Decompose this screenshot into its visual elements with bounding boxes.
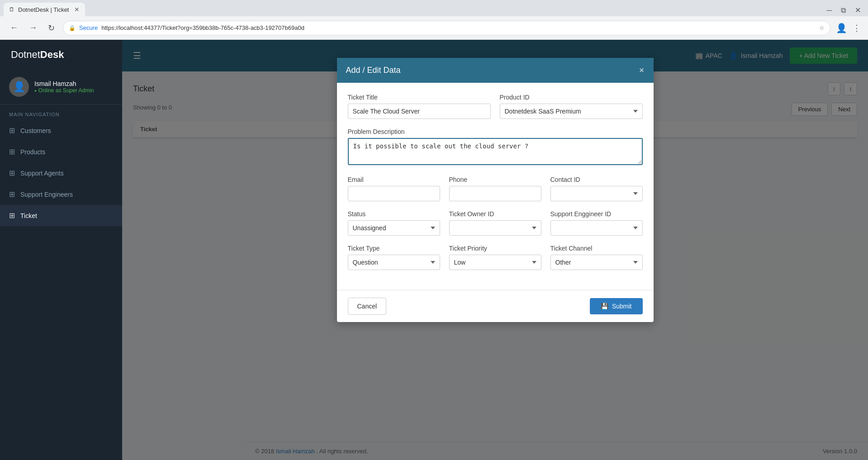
cancel-button[interactable]: Cancel — [348, 298, 387, 315]
form-row-4: Status Unassigned Open Closed Pending Ti… — [348, 210, 643, 236]
email-label: Email — [348, 176, 440, 183]
browser-tabs: 🗒 DotnetDesk | Ticket ✕ ─ ⧉ ✕ — [0, 0, 868, 16]
problem-desc-label: Problem Description — [348, 128, 643, 135]
sidebar-item-label-support-engineers: Support Engineers — [20, 191, 73, 198]
sidebar-item-support-engineers[interactable]: ⊞ Support Engineers — [0, 184, 122, 205]
ticket-icon: ⊞ — [9, 211, 15, 220]
ticket-channel-label: Ticket Channel — [550, 245, 643, 252]
contact-id-label: Contact ID — [550, 176, 643, 183]
add-edit-modal: Add / Edit Data × Ticket Title Product I… — [337, 58, 654, 322]
product-id-group: Product ID Dotnetdesk SaaS Premium Other — [500, 94, 643, 119]
email-input[interactable] — [348, 186, 440, 201]
tab-favicon: 🗒 — [9, 6, 14, 13]
logo-part1: Dotnet — [11, 49, 40, 60]
submit-icon: 💾 — [601, 303, 608, 310]
logo-part2: Desk — [40, 49, 64, 60]
problem-desc-group: Problem Description Is it possible to sc… — [348, 128, 643, 167]
ticket-title-label: Ticket Title — [348, 94, 491, 101]
modal-close-btn[interactable]: × — [639, 65, 645, 76]
form-row-1: Ticket Title Product ID Dotnetdesk SaaS … — [348, 94, 643, 119]
customers-icon: ⊞ — [9, 126, 15, 135]
ticket-type-label: Ticket Type — [348, 245, 440, 252]
app: DotnetDesk 👤 Ismail Hamzah Online as Sup… — [0, 40, 868, 460]
problem-desc-textarea[interactable]: Is it possible to scale out the cloud se… — [348, 138, 643, 165]
ticket-title-group: Ticket Title — [348, 94, 491, 119]
profile-icon[interactable]: 👤 — [836, 23, 847, 33]
modal-title: Add / Edit Data — [346, 66, 401, 75]
reload-btn[interactable]: ↻ — [45, 21, 57, 35]
product-id-select[interactable]: Dotnetdesk SaaS Premium Other — [500, 104, 643, 119]
ticket-channel-group: Ticket Channel Other Email Phone Chat — [550, 245, 643, 270]
phone-label: Phone — [449, 176, 541, 183]
sidebar-logo: DotnetDesk — [0, 40, 122, 70]
address-bar[interactable]: 🔒 Secure https://localhost:44377/Ticket?… — [63, 21, 830, 35]
phone-group: Phone — [449, 176, 541, 201]
status-select[interactable]: Unassigned Open Closed Pending — [348, 220, 440, 236]
product-id-label: Product ID — [500, 94, 643, 101]
sidebar-item-label-ticket: Ticket — [20, 212, 37, 219]
modal-overlay: Add / Edit Data × Ticket Title Product I… — [122, 40, 868, 460]
user-info: Ismail Hamzah Online as Super Admin — [34, 80, 94, 94]
modal-body: Ticket Title Product ID Dotnetdesk SaaS … — [337, 83, 654, 290]
window-controls: ─ ⧉ ✕ — [823, 4, 864, 16]
minimize-btn[interactable]: ─ — [823, 4, 835, 16]
ticket-type-select[interactable]: Question Bug Feature Request — [348, 255, 440, 270]
submit-label: Submit — [612, 303, 632, 310]
secure-icon: 🔒 — [69, 25, 76, 31]
support-agents-icon: ⊞ — [9, 169, 15, 177]
ticket-title-input[interactable] — [348, 104, 491, 119]
modal-header: Add / Edit Data × — [337, 58, 654, 83]
restore-btn[interactable]: ⧉ — [837, 4, 849, 16]
sidebar-item-label-support-agents: Support Agents — [20, 170, 64, 177]
form-row-2: Problem Description Is it possible to sc… — [348, 128, 643, 167]
tab-close-btn[interactable]: ✕ — [74, 6, 80, 13]
browser-toolbar: ← → ↻ 🔒 Secure https://localhost:44377/T… — [0, 16, 868, 40]
user-section: 👤 Ismail Hamzah Online as Super Admin — [0, 70, 122, 104]
form-row-3: Email Phone Contact ID — [348, 176, 643, 201]
main-content: ☰ 🏢 APAC 👤 Ismail Hamzah + Add New Ticke… — [122, 40, 868, 460]
phone-input[interactable] — [449, 186, 541, 201]
sidebar-nav: ⊞ Customers ⊞ Products ⊞ Support Agents … — [0, 120, 122, 226]
user-status: Online as Super Admin — [34, 87, 94, 94]
secure-label: Secure — [79, 24, 98, 31]
support-engineers-icon: ⊞ — [9, 190, 15, 199]
sidebar: DotnetDesk 👤 Ismail Hamzah Online as Sup… — [0, 40, 122, 460]
support-eng-select[interactable] — [550, 220, 643, 236]
ticket-priority-group: Ticket Priority Low Medium High — [449, 245, 541, 270]
contact-id-group: Contact ID — [550, 176, 643, 201]
sidebar-item-label-products: Products — [20, 148, 45, 156]
ticket-channel-select[interactable]: Other Email Phone Chat — [550, 255, 643, 270]
user-avatar: 👤 — [9, 77, 29, 97]
nav-section-label: MAIN NAVIGATION — [0, 104, 122, 120]
sidebar-item-products[interactable]: ⊞ Products — [0, 141, 122, 162]
form-row-5: Ticket Type Question Bug Feature Request… — [348, 245, 643, 270]
support-eng-group: Support Enggineer ID — [550, 210, 643, 236]
sidebar-item-customers[interactable]: ⊞ Customers — [0, 120, 122, 141]
email-group: Email — [348, 176, 440, 201]
submit-button[interactable]: 💾 Submit — [590, 298, 643, 314]
status-group: Status Unassigned Open Closed Pending — [348, 210, 440, 236]
browser-menu-icon[interactable]: ⋮ — [853, 23, 861, 33]
sidebar-item-label-customers: Customers — [20, 127, 51, 134]
new-tab-btn[interactable] — [87, 5, 114, 16]
forward-btn[interactable]: → — [26, 21, 40, 34]
active-tab[interactable]: 🗒 DotnetDesk | Ticket ✕ — [4, 3, 85, 16]
ticket-owner-select[interactable] — [449, 220, 541, 236]
ticket-priority-label: Ticket Priority — [449, 245, 541, 252]
close-btn[interactable]: ✕ — [851, 4, 864, 16]
logo: DotnetDesk — [11, 49, 111, 61]
sidebar-item-ticket[interactable]: ⊞ Ticket — [0, 205, 122, 226]
ticket-priority-select[interactable]: Low Medium High — [449, 255, 541, 270]
user-name: Ismail Hamzah — [34, 80, 94, 87]
modal-footer: Cancel 💾 Submit — [337, 290, 654, 322]
ticket-owner-label: Ticket Owner ID — [449, 210, 541, 218]
ticket-type-group: Ticket Type Question Bug Feature Request — [348, 245, 440, 270]
browser-chrome: 🗒 DotnetDesk | Ticket ✕ ─ ⧉ ✕ ← → ↻ 🔒 Se… — [0, 0, 868, 40]
support-eng-label: Support Enggineer ID — [550, 210, 643, 218]
back-btn[interactable]: ← — [7, 21, 21, 34]
products-icon: ⊞ — [9, 147, 15, 156]
contact-id-select[interactable] — [550, 186, 643, 201]
bookmark-icon[interactable]: ☆ — [819, 24, 825, 31]
ticket-owner-group: Ticket Owner ID — [449, 210, 541, 236]
sidebar-item-support-agents[interactable]: ⊞ Support Agents — [0, 162, 122, 184]
